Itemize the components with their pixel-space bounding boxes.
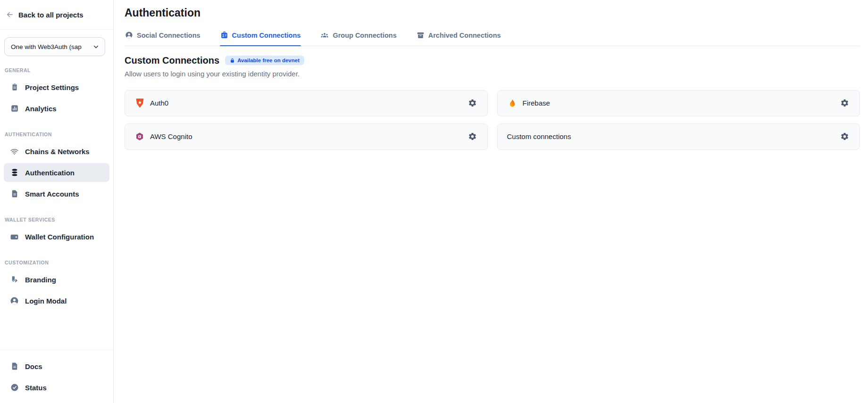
sidebar-item-label: Analytics (25, 105, 57, 113)
tab-label: Archived Connections (428, 32, 501, 39)
document-icon (10, 189, 19, 198)
connection-card-auth0[interactable]: Auth0 (125, 90, 488, 116)
sidebar-item-label: Smart Accounts (25, 190, 79, 198)
sidebar-footer-divider (0, 350, 113, 350)
section-title: Custom Connections (125, 55, 219, 66)
wallet-icon (10, 232, 19, 241)
firebase-settings-gear-icon[interactable] (838, 97, 851, 109)
tab-group-connections[interactable]: Group Connections (320, 30, 397, 46)
sidebar-item-analytics[interactable]: Analytics (4, 99, 109, 118)
project-selector-value: One with Web3Auth (sap (11, 43, 90, 50)
brush-icon (10, 275, 19, 284)
sidebar-section-customization: CUSTOMIZATION (0, 260, 113, 265)
id-badge-icon (220, 31, 228, 39)
section-header: Custom Connections Available free on dev… (125, 55, 860, 66)
sidebar-item-project-settings[interactable]: Project Settings (4, 78, 109, 97)
tab-social-connections[interactable]: Social Connections (125, 30, 201, 46)
app-window: Back to all projects One with Web3Auth (… (0, 0, 868, 403)
back-to-projects-link[interactable]: Back to all projects (0, 0, 113, 30)
sidebar: Back to all projects One with Web3Auth (… (0, 0, 114, 403)
connection-label: Firebase (523, 99, 550, 107)
connection-card-firebase[interactable]: Firebase (497, 90, 860, 116)
connection-label: AWS Cognito (150, 132, 192, 140)
status-check-icon (10, 383, 19, 392)
lock-icon (230, 58, 235, 63)
sidebar-item-chains-networks[interactable]: Chains & Networks (4, 142, 109, 161)
sidebar-item-branding[interactable]: Branding (4, 270, 109, 289)
analytics-icon (10, 104, 19, 113)
user-circle-icon (10, 296, 19, 305)
sidebar-item-wallet-configuration[interactable]: Wallet Configuration (4, 227, 109, 246)
connection-label: Auth0 (150, 99, 168, 107)
custom-connections-settings-gear-icon[interactable] (838, 130, 851, 143)
archive-icon (417, 31, 425, 39)
section-description: Allow users to login using your existing… (125, 70, 860, 78)
sidebar-item-label: Chains & Networks (25, 148, 90, 156)
back-label: Back to all projects (18, 11, 83, 19)
connection-card-custom[interactable]: Custom connections (497, 123, 860, 150)
sidebar-item-smart-accounts[interactable]: Smart Accounts (4, 184, 109, 203)
page-title: Authentication (125, 6, 860, 20)
tab-bar: Social Connections Custom Connections Gr… (125, 30, 860, 46)
sidebar-item-label: Login Modal (25, 297, 67, 305)
sidebar-item-authentication[interactable]: Authentication (4, 163, 109, 182)
devnet-badge: Available free on devnet (225, 56, 304, 65)
chevron-down-icon (92, 43, 100, 50)
auth0-settings-gear-icon[interactable] (466, 97, 479, 109)
sidebar-item-label: Wallet Configuration (25, 233, 94, 241)
tab-label: Social Connections (137, 32, 200, 39)
connection-label: Custom connections (507, 132, 571, 140)
sidebar-section-wallet-services: WALLET SERVICES (0, 217, 113, 222)
tab-custom-connections[interactable]: Custom Connections (220, 30, 301, 46)
auth0-icon (134, 98, 145, 108)
main-content: Authentication Social Connections Custom… (114, 0, 868, 403)
sidebar-item-label: Authentication (25, 169, 75, 177)
tab-label: Group Connections (333, 32, 396, 39)
tab-label: Custom Connections (232, 32, 301, 39)
sidebar-item-label: Project Settings (25, 83, 79, 91)
wifi-icon (10, 147, 19, 156)
sidebar-item-label: Docs (25, 362, 42, 370)
tab-archived-connections[interactable]: Archived Connections (416, 30, 501, 46)
docs-icon (10, 362, 19, 370)
connection-card-aws-cognito[interactable]: AWS Cognito (125, 123, 488, 150)
sidebar-item-login-modal[interactable]: Login Modal (4, 291, 109, 310)
sidebar-section-authentication: AUTHENTICATION (0, 132, 113, 137)
firebase-icon (507, 99, 517, 108)
back-arrow-icon (6, 10, 14, 19)
devnet-badge-label: Available free on devnet (237, 58, 300, 63)
aws-cognito-icon (134, 132, 145, 141)
database-icon (10, 168, 19, 177)
sidebar-section-general: GENERAL (0, 67, 113, 73)
sidebar-footer: Docs Status (0, 350, 113, 403)
clipboard-icon (10, 83, 19, 91)
group-icon (320, 31, 329, 40)
connections-grid: Auth0 Firebase AWS Cognito (125, 90, 860, 150)
aws-cognito-settings-gear-icon[interactable] (466, 130, 479, 143)
sidebar-item-label: Status (25, 384, 47, 392)
user-circle-icon (125, 31, 133, 39)
sidebar-item-label: Branding (25, 276, 56, 284)
project-selector[interactable]: One with Web3Auth (sap (4, 37, 105, 56)
sidebar-item-docs[interactable]: Docs (4, 357, 109, 376)
sidebar-item-status[interactable]: Status (4, 378, 109, 397)
